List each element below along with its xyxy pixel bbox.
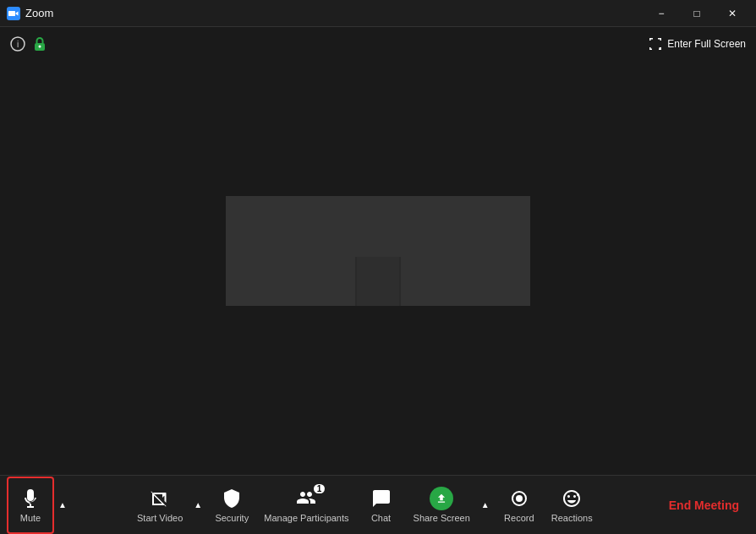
reactions-label: Reactions [551,513,593,523]
svg-text:i: i [17,40,19,49]
participant-count: 1 [314,484,326,493]
share-screen-button[interactable]: Share Screen [407,478,477,532]
share-screen-icon [430,487,453,510]
chat-icon [370,487,393,510]
svg-point-4 [39,46,41,48]
app-title: Zoom [25,7,53,19]
mute-button[interactable]: Mute [8,478,52,532]
end-meeting-button[interactable]: End Meeting [659,492,749,519]
record-label: Record [504,513,534,523]
svg-point-7 [577,493,579,496]
start-video-label: Start Video [137,513,183,523]
top-overlay-left: i [10,36,47,52]
record-icon [507,487,531,510]
video-chevron-button[interactable]: ▲ [189,478,206,532]
close-button[interactable]: ✕ [715,0,749,27]
share-screen-label: Share Screen [414,513,470,523]
security-button[interactable]: Security [206,478,257,532]
participants-icon-wrapper: 1 [296,488,316,510]
minimize-button[interactable]: − [644,0,678,27]
toolbar-left: Mute ▲ [7,477,71,534]
share-chevron-button[interactable]: ▲ [477,478,494,532]
toolbar: Mute ▲ Start Video ▲ Security [0,475,756,534]
top-overlay-right: Enter Full Screen [649,37,746,51]
svg-point-6 [516,495,523,502]
share-icon-circle [430,487,453,510]
mosaic-bottom-row [226,257,530,307]
mute-icon [19,487,42,510]
start-video-button[interactable]: Start Video [130,478,189,532]
top-overlay: i Enter Full Screen [0,27,756,61]
title-bar-left: Zoom [7,7,53,20]
video-cell-4 [401,257,530,307]
video-mosaic [226,196,530,306]
main-video-area: i Enter Full Screen [0,27,756,475]
video-cell-2 [226,257,355,307]
video-off-icon [148,487,172,510]
fullscreen-icon [649,37,662,51]
chat-button[interactable]: Chat [356,478,407,532]
security-icon [220,487,244,510]
mute-chevron-button[interactable]: ▲ [54,478,71,532]
toolbar-right: End Meeting [659,492,749,519]
fullscreen-button[interactable]: Enter Full Screen [667,38,746,50]
security-lock-icon [32,36,47,52]
reactions-button[interactable]: Reactions [545,478,600,532]
title-bar: Zoom − □ ✕ [0,0,756,27]
manage-participants-button[interactable]: 1 Manage Participants [257,478,355,532]
reactions-icon [560,487,583,510]
mute-wrapper: Mute [7,477,54,534]
manage-participants-label: Manage Participants [264,513,348,523]
security-label: Security [215,513,249,523]
maximize-button[interactable]: □ [680,0,714,27]
info-icon: i [10,36,25,52]
mosaic-top-row [226,196,530,257]
zoom-app-icon [7,7,20,20]
video-cell-1 [226,196,530,257]
record-button[interactable]: Record [494,478,545,532]
chat-label: Chat [371,513,391,523]
fullscreen-label: Enter Full Screen [667,38,746,50]
toolbar-center: Start Video ▲ Security 1 Manage Particip… [71,478,659,532]
title-bar-controls: − □ ✕ [644,0,749,27]
mute-label: Mute [20,513,41,523]
video-cell-3 [357,257,399,307]
